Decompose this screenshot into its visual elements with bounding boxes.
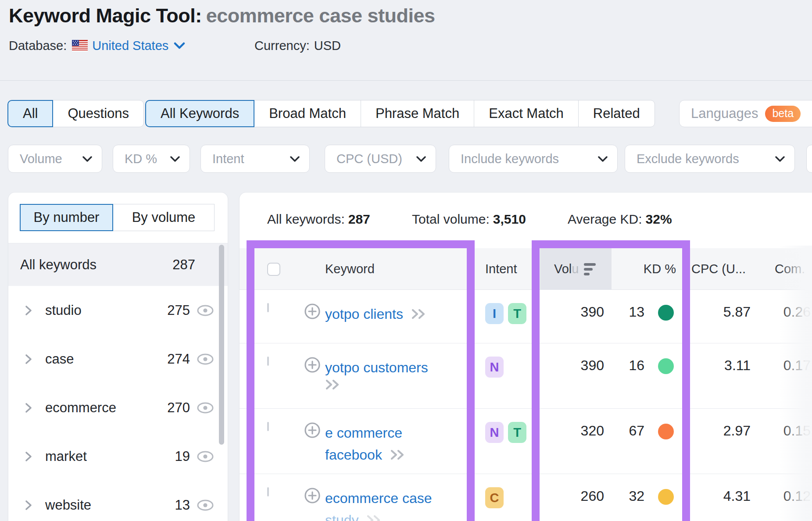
add-keyword-button[interactable] [304,303,321,320]
competition-value: 0.15 [757,423,811,439]
keyword-link[interactable]: ecommerce case [325,487,432,509]
row-checkbox-cell [267,423,269,431]
intent-badge-transactional: T [508,303,526,324]
kd-difficulty-dot [658,358,674,374]
group-label: case [45,351,155,367]
tab-all-keywords[interactable]: All Keywords [145,100,254,127]
cpc-value: 3.11 [696,357,751,374]
chevron-down-icon [170,156,180,162]
kd-value: 13 [605,304,644,320]
row-checkbox[interactable] [267,303,269,312]
eye-icon[interactable] [196,450,215,463]
tab-exact-match[interactable]: Exact Match [474,100,579,127]
tab-questions[interactable]: Questions [53,100,144,127]
double-chevron-icon[interactable] [366,514,382,521]
filter-cpc[interactable]: CPC (USD) [325,145,436,173]
filter-intent-label: Intent [212,152,244,166]
kd-difficulty-dot [658,424,674,439]
keyword-link[interactable]: yotpo customers [325,357,428,378]
group-website[interactable]: website 13 [8,481,228,521]
keyword-link[interactable]: study [325,509,358,521]
tab-related-label: Related [593,106,640,121]
stat-label: Total volume: [412,212,490,226]
group-ecommerce[interactable]: ecommerce 270 [8,383,228,432]
column-label: Com. [775,262,805,276]
tab-all[interactable]: All [7,100,53,127]
tabs-row: All Questions All Keywords Broad Match P… [0,100,812,127]
tab-all-label: All [23,106,38,121]
languages-button[interactable]: Languages beta [679,100,812,127]
group-studio[interactable]: studio 275 [8,286,228,335]
filter-intent[interactable]: Intent [200,145,310,173]
intent-badge-navigational: N [485,357,504,378]
row-checkbox[interactable] [267,487,269,496]
tab-phrase-match[interactable]: Phrase Match [361,100,474,127]
filter-volume[interactable]: Volume [8,145,102,173]
double-chevron-icon[interactable] [411,308,427,320]
column-header-cpc[interactable]: CPC (U... [691,248,746,290]
keyword-link[interactable]: e commerce [325,422,402,444]
double-chevron-icon[interactable] [325,378,341,391]
double-chevron-icon[interactable] [390,449,406,461]
query-text: ecommerce case studies [206,4,435,27]
eye-icon[interactable] [196,499,215,512]
eye-icon[interactable] [196,401,215,414]
keyword-link[interactable]: facebook [325,444,382,466]
row-checkbox[interactable] [267,422,269,431]
header-divider [0,80,812,81]
filter-include-label: Include keywords [461,152,559,166]
keyword-link[interactable]: yotpo clients [325,303,403,325]
add-keyword-button[interactable] [304,487,321,504]
by-number-label: By number [34,210,100,225]
select-all-checkbox-cell [267,248,280,290]
add-keyword-button[interactable] [304,422,321,439]
filter-exclude-keywords[interactable]: Exclude keywords [625,145,795,173]
chevron-right-icon [24,451,35,462]
filter-partial-cutoff[interactable] [806,145,812,173]
question-filter-group: All Questions [7,100,144,127]
group-count: 13 [155,497,190,513]
stat-value: 3,510 [493,212,526,226]
chevron-right-icon [24,500,35,511]
tab-related[interactable]: Related [578,100,655,127]
us-flag-icon [72,40,88,51]
group-case[interactable]: case 274 [8,335,228,383]
eye-icon[interactable] [196,353,215,366]
tab-broad-match[interactable]: Broad Match [254,100,361,127]
database-row: Database: United States [9,37,185,54]
beta-badge: beta [765,106,801,122]
filter-include-keywords[interactable]: Include keywords [449,145,618,173]
database-label: Database: [9,39,67,53]
tab-broad-match-label: Broad Match [269,106,346,121]
toggle-by-number[interactable]: By number [20,204,113,231]
group-all-keywords[interactable]: All keywords 287 [8,243,228,286]
row-checkbox[interactable] [267,357,269,366]
eye-icon[interactable] [196,304,215,317]
intent-badges: C [485,487,504,508]
filter-kd[interactable]: KD % [113,145,190,173]
group-label: ecommerce [45,400,155,416]
group-label: studio [45,303,155,318]
table-row: e commerce facebook N T 320 67 2.97 0.15 [240,409,812,474]
chevron-down-icon [174,42,185,50]
add-keyword-button[interactable] [304,357,321,373]
column-header-kd[interactable]: KD % [621,248,676,290]
toggle-by-volume[interactable]: By volume [113,204,215,231]
database-selector[interactable]: United States [72,39,185,53]
page-title: Keyword Magic Tool:ecommerce case studie… [9,4,435,27]
stat-label: All keywords: [267,212,345,226]
column-header-com[interactable]: Com. [775,248,805,290]
group-label: market [45,449,155,464]
filter-kd-label: KD % [125,152,157,166]
volume-value: 390 [546,304,604,320]
chevron-right-icon [24,402,35,414]
select-all-checkbox[interactable] [267,263,280,276]
sidebar-scrollbar[interactable] [219,245,224,445]
kd-difficulty-dot [658,489,674,505]
kd-value: 16 [605,357,644,374]
row-checkbox-cell [267,357,269,365]
column-header-volume[interactable]: Volu [554,248,596,290]
table-row: yotpo clients I T 390 13 5.87 0.26 [240,290,812,343]
group-market[interactable]: market 19 [8,432,228,481]
column-header-keyword: Keyword [325,248,375,290]
